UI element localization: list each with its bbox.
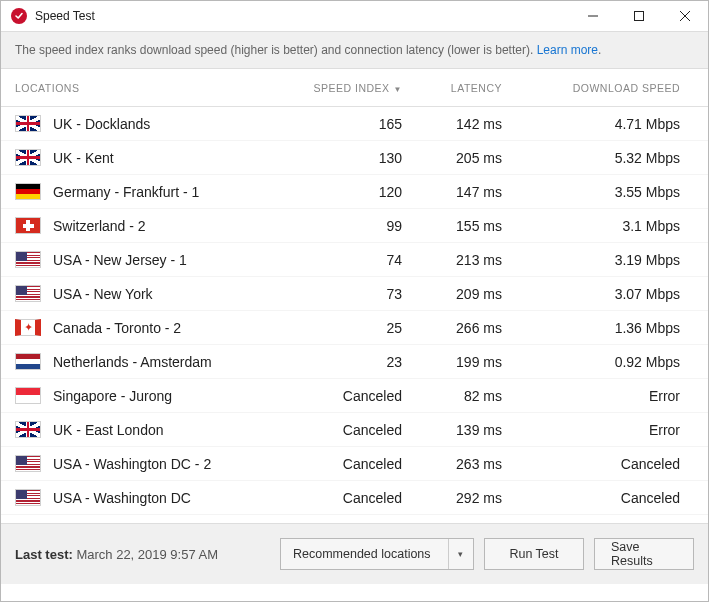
latency-value: 142 ms <box>416 107 516 141</box>
download-speed-value: Error <box>516 379 708 413</box>
speed-index-value: 120 <box>296 175 416 209</box>
window-maximize-button[interactable] <box>616 1 662 31</box>
window-titlebar: Speed Test <box>1 1 708 32</box>
table-row[interactable]: Switzerland - 299155 ms3.1 Mbps <box>1 209 708 243</box>
latency-value: 199 ms <box>416 345 516 379</box>
table-row[interactable]: USA - Washington DC - 2Canceled263 msCan… <box>1 447 708 481</box>
speed-index-value: Canceled <box>296 379 416 413</box>
latency-value: 147 ms <box>416 175 516 209</box>
flag-icon <box>15 217 41 234</box>
download-speed-value: 1.36 Mbps <box>516 311 708 345</box>
latency-value: 266 ms <box>416 311 516 345</box>
latency-value: 213 ms <box>416 243 516 277</box>
speed-index-value: 23 <box>296 345 416 379</box>
flag-icon <box>15 353 41 370</box>
latency-value: 139 ms <box>416 413 516 447</box>
download-speed-value: Error <box>516 413 708 447</box>
table-row[interactable]: Canada - Toronto - 225266 ms1.36 Mbps <box>1 311 708 345</box>
table-row[interactable]: Singapore - JurongCanceled82 msError <box>1 379 708 413</box>
locations-dropdown[interactable]: Recommended locations ▾ <box>280 538 474 570</box>
table-row[interactable]: Germany - Frankfurt - 1120147 ms3.55 Mbp… <box>1 175 708 209</box>
download-speed-value: 3.55 Mbps <box>516 175 708 209</box>
download-speed-value: 3.19 Mbps <box>516 243 708 277</box>
table-row[interactable]: USA - New Jersey - 174213 ms3.19 Mbps <box>1 243 708 277</box>
results-table: LOCATIONS SPEED INDEX LATENCY DOWNLOAD S… <box>1 69 708 515</box>
flag-icon <box>15 149 41 166</box>
window-minimize-button[interactable] <box>570 1 616 31</box>
latency-value: 209 ms <box>416 277 516 311</box>
location-name: USA - Washington DC <box>53 490 191 506</box>
flag-icon <box>15 455 41 472</box>
info-text: The speed index ranks download speed (hi… <box>15 43 537 57</box>
speed-index-value: 74 <box>296 243 416 277</box>
latency-value: 205 ms <box>416 141 516 175</box>
run-test-button[interactable]: Run Test <box>484 538 584 570</box>
last-test-label-group: Last test: March 22, 2019 9:57 AM <box>15 547 270 562</box>
location-name: UK - East London <box>53 422 164 438</box>
flag-icon <box>15 285 41 302</box>
latency-value: 292 ms <box>416 481 516 515</box>
window-title: Speed Test <box>35 9 570 23</box>
speed-index-value: 99 <box>296 209 416 243</box>
latency-value: 263 ms <box>416 447 516 481</box>
flag-icon <box>15 319 41 336</box>
download-speed-value: 4.71 Mbps <box>516 107 708 141</box>
download-speed-value: 3.1 Mbps <box>516 209 708 243</box>
flag-icon <box>15 183 41 200</box>
download-speed-value: 3.07 Mbps <box>516 277 708 311</box>
app-icon <box>11 8 27 24</box>
location-name: UK - Kent <box>53 150 114 166</box>
last-test-value: March 22, 2019 9:57 AM <box>76 547 218 562</box>
latency-value: 82 ms <box>416 379 516 413</box>
table-row[interactable]: UK - East LondonCanceled139 msError <box>1 413 708 447</box>
location-name: USA - New York <box>53 286 153 302</box>
last-test-label: Last test: <box>15 547 73 562</box>
speed-index-value: Canceled <box>296 447 416 481</box>
speed-index-value: 165 <box>296 107 416 141</box>
location-name: Germany - Frankfurt - 1 <box>53 184 199 200</box>
dropdown-selected-label: Recommended locations <box>293 547 431 561</box>
flag-icon <box>15 387 41 404</box>
footer-bar: Last test: March 22, 2019 9:57 AM Recomm… <box>1 523 708 584</box>
learn-more-link[interactable]: Learn more <box>537 43 598 57</box>
svg-rect-1 <box>635 12 644 21</box>
location-name: UK - Docklands <box>53 116 150 132</box>
speed-index-value: 130 <box>296 141 416 175</box>
location-name: USA - Washington DC - 2 <box>53 456 211 472</box>
location-name: Netherlands - Amsterdam <box>53 354 212 370</box>
download-speed-value: 5.32 Mbps <box>516 141 708 175</box>
column-header-download-speed[interactable]: DOWNLOAD SPEED <box>516 69 708 107</box>
speed-index-value: Canceled <box>296 481 416 515</box>
flag-icon <box>15 115 41 132</box>
latency-value: 155 ms <box>416 209 516 243</box>
table-row[interactable]: Netherlands - Amsterdam23199 ms0.92 Mbps <box>1 345 708 379</box>
speed-index-value: 25 <box>296 311 416 345</box>
column-header-speed-index[interactable]: SPEED INDEX <box>296 69 416 107</box>
speed-index-value: 73 <box>296 277 416 311</box>
info-banner: The speed index ranks download speed (hi… <box>1 32 708 69</box>
table-row[interactable]: USA - New York73209 ms3.07 Mbps <box>1 277 708 311</box>
speed-index-value: Canceled <box>296 413 416 447</box>
column-header-locations[interactable]: LOCATIONS <box>1 69 296 107</box>
table-row[interactable]: UK - Kent130205 ms5.32 Mbps <box>1 141 708 175</box>
column-header-latency[interactable]: LATENCY <box>416 69 516 107</box>
download-speed-value: Canceled <box>516 447 708 481</box>
save-results-button[interactable]: Save Results <box>594 538 694 570</box>
location-name: Switzerland - 2 <box>53 218 146 234</box>
chevron-down-icon: ▾ <box>448 539 463 569</box>
table-row[interactable]: UK - Docklands165142 ms4.71 Mbps <box>1 107 708 141</box>
flag-icon <box>15 421 41 438</box>
flag-icon <box>15 251 41 268</box>
location-name: Singapore - Jurong <box>53 388 172 404</box>
download-speed-value: 0.92 Mbps <box>516 345 708 379</box>
download-speed-value: Canceled <box>516 481 708 515</box>
location-name: USA - New Jersey - 1 <box>53 252 187 268</box>
table-row[interactable]: USA - Washington DCCanceled292 msCancele… <box>1 481 708 515</box>
results-table-scroll[interactable]: LOCATIONS SPEED INDEX LATENCY DOWNLOAD S… <box>1 69 708 523</box>
window-close-button[interactable] <box>662 1 708 31</box>
flag-icon <box>15 489 41 506</box>
location-name: Canada - Toronto - 2 <box>53 320 181 336</box>
